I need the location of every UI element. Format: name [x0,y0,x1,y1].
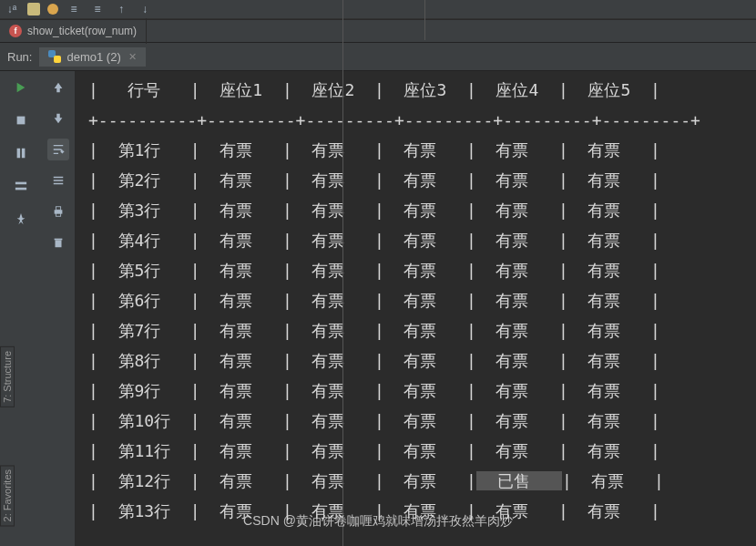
svg-rect-3 [15,182,26,185]
svg-rect-0 [17,117,26,125]
arrow-down-icon[interactable] [47,108,69,129]
vertical-divider [424,0,425,40]
svg-rect-4 [15,188,26,191]
pause-icon[interactable] [10,142,32,164]
svg-rect-9 [55,239,63,241]
arrow-up-icon[interactable] [47,77,69,98]
wrap-icon[interactable] [47,139,69,160]
top-toolbar: ↓ª ≡ ≡ ↑ ↓ [0,0,756,19]
file-tab-show-ticket[interactable]: f show_ticket(row_num) [0,18,147,44]
stop-icon[interactable] [10,109,32,131]
close-icon[interactable]: ✕ [128,51,137,63]
expand-icon[interactable]: ≡ [89,1,106,17]
function-icon: f [9,25,22,37]
python-icon [48,50,61,63]
side-tab-structure[interactable]: 7: Structure [0,346,15,407]
svg-rect-6 [56,207,60,211]
run-tab-label: demo1 (2) [66,50,120,64]
vertical-divider [342,0,343,546]
down-icon[interactable]: ↓ [137,1,153,17]
trash-icon[interactable] [47,232,69,253]
highlight-icon[interactable] [27,3,40,15]
console-output[interactable]: | 行号 | 座位1 | 座位2 | 座位3 | 座位4 | 座位5 | +--… [76,71,756,546]
scroll-icon[interactable] [47,170,69,191]
svg-rect-8 [56,240,62,247]
lamp-icon[interactable] [47,4,58,15]
file-tab-label: show_ticket(row_num) [27,25,137,37]
run-label: Run: [0,50,39,64]
file-tab-row: f show_ticket(row_num) [0,19,756,42]
main-area: | 行号 | 座位1 | 座位2 | 座位3 | 座位4 | 座位5 | +--… [0,71,756,546]
sort-icon[interactable]: ↓ª [4,1,20,17]
layout-icon[interactable] [10,175,32,197]
watermark: CSDN @黄油饼卷咖喱鸡就味增汤拌孜然羊肉炒 [243,513,513,530]
svg-rect-1 [17,149,21,159]
rerun-icon[interactable] [10,77,32,98]
collapse-icon[interactable]: ≡ [66,1,82,17]
gutter-right [42,71,76,546]
svg-rect-2 [22,149,26,159]
print-icon[interactable] [47,201,69,222]
side-tab-favorites[interactable]: 2: Favorites [0,465,15,526]
run-tab-demo1[interactable]: demo1 (2) ✕ [39,47,145,67]
pin-icon[interactable] [10,208,32,230]
run-tool-window-header: Run: demo1 (2) ✕ [0,42,756,71]
up-icon[interactable]: ↑ [113,1,129,17]
